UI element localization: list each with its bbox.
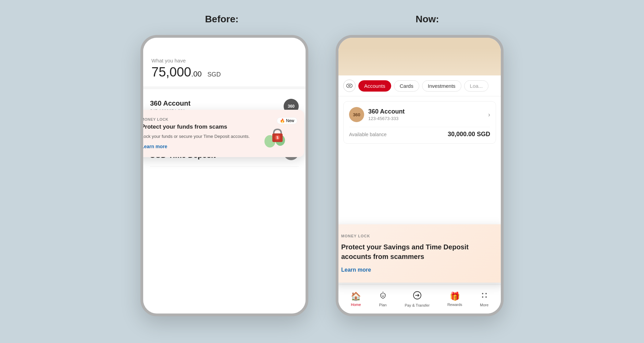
before-top: What you have 75,000.00 SGD — [143, 48, 306, 86]
nav-rewards[interactable]: 🎁 Rewards — [447, 292, 462, 307]
svg-point-8 — [485, 293, 487, 294]
nav-more[interactable]: More — [480, 291, 488, 307]
balance-currency: SGD — [207, 71, 221, 78]
phones-row: What you have 75,000.00 SGD 360 Account … — [140, 35, 504, 316]
balance-decimals: .00 — [191, 70, 202, 78]
home-label: Home — [351, 303, 361, 307]
mlc-label: MONEY LOCK — [141, 117, 256, 121]
now-account-header: 360 360 Account 123-45673-333 › — [349, 107, 490, 122]
rewards-icon: 🎁 — [450, 292, 460, 301]
account-name-1: 360 Account — [150, 99, 284, 107]
svg-point-5 — [349, 85, 350, 87]
mln-label: MONEY LOCK — [341, 234, 497, 238]
mln-title: Protect your Savings and Time Deposit ac… — [341, 242, 497, 261]
now-status-bar — [338, 38, 501, 48]
svg-point-7 — [482, 293, 483, 294]
learn-more-now[interactable]: Learn more — [341, 267, 371, 273]
now-account-left: 360 360 Account 123-45673-333 — [349, 107, 405, 122]
home-icon: 🏠 — [351, 292, 361, 301]
now-account-details: 360 Account 123-45673-333 — [368, 108, 405, 121]
before-phone: What you have 75,000.00 SGD 360 Account … — [140, 35, 308, 316]
pay-transfer-label: Pay & Transfer — [405, 303, 430, 307]
now-avail-label: Available balance — [349, 132, 387, 137]
lock-svg: $ — [261, 122, 292, 148]
now-account-num: 123-45673-333 — [368, 116, 405, 121]
svg-text:$: $ — [276, 135, 278, 140]
nav-plan[interactable]: Plan — [379, 291, 387, 307]
tab-investments[interactable]: Investments — [422, 80, 461, 92]
balance-display: 75,000.00 SGD — [151, 65, 297, 80]
mlc-text: MONEY LOCK Protect your funds from scams… — [141, 117, 256, 150]
what-you-have-label: What you have — [151, 58, 297, 63]
more-label: More — [480, 303, 488, 307]
labels-row: Before: Now: — [116, 14, 528, 25]
mlc-desc: Lock your funds or secure your Time Depo… — [141, 133, 256, 140]
now-nav-tabs: Accounts Cards Investments Loa... — [338, 75, 501, 96]
more-icon — [480, 291, 488, 301]
before-label: Before: — [205, 14, 238, 25]
svg-point-10 — [485, 296, 487, 298]
tab-cards[interactable]: Cards — [394, 80, 419, 92]
tab-loans[interactable]: Loa... — [464, 80, 489, 92]
now-phone: Accounts Cards Investments Loa... 360 36… — [336, 35, 504, 316]
account-chevron: › — [488, 111, 490, 118]
now-label: Now: — [416, 14, 439, 25]
money-lock-card-now[interactable]: MONEY LOCK Protect your Savings and Time… — [336, 224, 504, 283]
divider — [143, 86, 306, 89]
mlc-illustration: 🔥 New $ — [260, 117, 297, 148]
svg-point-9 — [482, 296, 483, 298]
money-lock-card-before[interactable]: MONEY LOCK Protect your funds from scams… — [140, 110, 304, 157]
eye-button[interactable] — [343, 80, 356, 92]
mlc-title: Protect your funds from scams — [141, 123, 256, 130]
bottom-nav: 🏠 Home Plan — [338, 284, 501, 314]
plan-icon — [379, 291, 387, 301]
now-avail-amount: 30,000.00 SGD — [448, 131, 490, 138]
plan-label: Plan — [379, 303, 387, 307]
nav-home[interactable]: 🏠 Home — [351, 292, 361, 307]
rewards-label: Rewards — [447, 303, 462, 307]
nav-pay-transfer[interactable]: Pay & Transfer — [405, 291, 430, 307]
eye-icon — [346, 84, 352, 88]
now-account-name: 360 Account — [368, 108, 405, 115]
learn-more-before[interactable]: Learn more — [141, 144, 167, 149]
now-balance-row: Available balance 30,000.00 SGD — [349, 127, 490, 138]
now-avatar: 360 — [349, 107, 364, 122]
before-phone-inner: What you have 75,000.00 SGD 360 Account … — [143, 48, 306, 314]
before-status-bar — [143, 38, 306, 48]
tab-accounts[interactable]: Accounts — [358, 80, 391, 92]
pay-transfer-icon — [413, 291, 422, 302]
now-account-card[interactable]: 360 360 Account 123-45673-333 › Availabl… — [343, 101, 496, 144]
gradient-strip — [338, 48, 501, 75]
balance-main: 75,000 — [151, 65, 191, 79]
